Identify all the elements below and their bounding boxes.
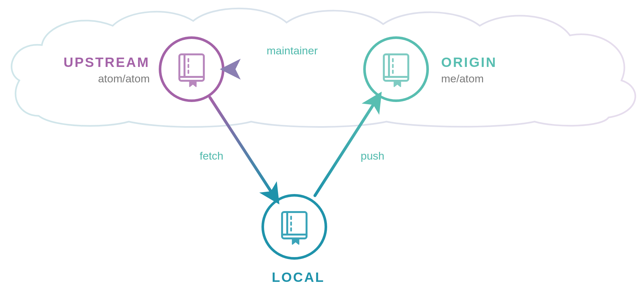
diagram-svg [0,0,644,306]
upstream-subtitle: atom/atom [85,72,150,85]
svg-point-7 [365,38,428,101]
diagram-canvas: UPSTREAM atom/atom ORIGIN me/atom LOCAL … [0,0,644,306]
edge-fetch-label: fetch [200,150,223,162]
edge-fetch [210,97,274,196]
local-node [263,195,326,258]
edge-maintainer-label: maintainer [267,44,318,57]
edge-push [315,100,376,196]
edge-push-label: push [361,150,384,162]
origin-subtitle: me/atom [441,72,484,85]
upstream-node [160,38,223,101]
upstream-title: UPSTREAM [56,55,150,70]
svg-point-0 [160,38,223,101]
origin-node [365,38,428,101]
local-title: LOCAL [272,270,325,285]
origin-title: ORIGIN [441,55,497,70]
svg-point-14 [263,195,326,258]
